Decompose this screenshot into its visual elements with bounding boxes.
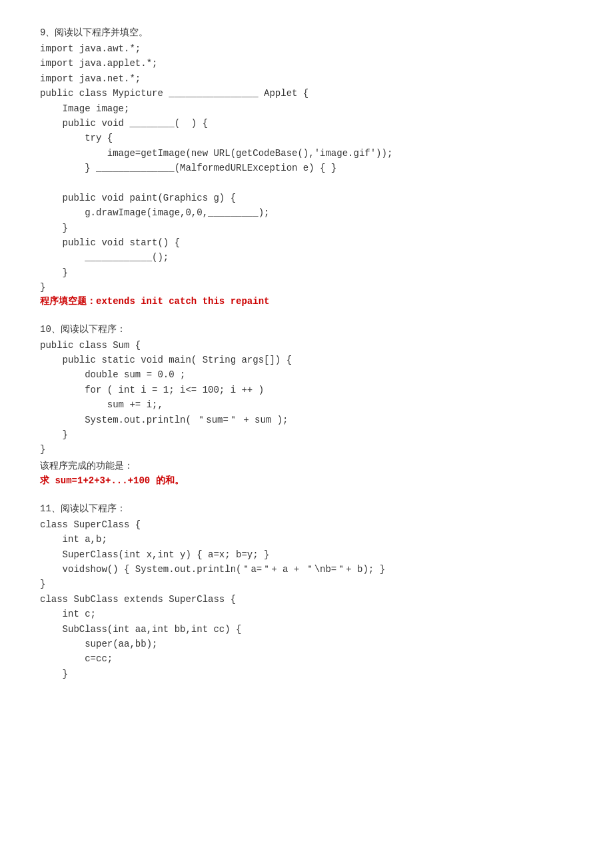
- code-line: }: [40, 282, 45, 293]
- code-line: int c;: [40, 609, 96, 619]
- code-line: public void ________( ) {: [40, 118, 208, 129]
- code-line: try {: [40, 133, 113, 143]
- section-10-code: public class Sum { public static void ma…: [40, 338, 573, 457]
- section-11-title: 11、阅读以下程序：: [40, 503, 573, 515]
- section-9: 9、阅读以下程序并填空。 import java.awt.*; import j…: [40, 27, 573, 307]
- code-line: class SubClass extends SuperClass {: [40, 594, 236, 605]
- code-line: int a,b;: [40, 534, 107, 545]
- section-11-code: class SuperClass { int a,b; SuperClass(i…: [40, 517, 573, 681]
- section-9-code: import java.awt.*; import java.applet.*;…: [40, 41, 573, 295]
- code-line: public class Sum {: [40, 340, 141, 351]
- section-10: 10、阅读以下程序： public class Sum { public sta…: [40, 323, 573, 487]
- code-line: } ______________(MalformedURLException e…: [40, 163, 336, 173]
- code-line: import java.applet.*;: [40, 58, 157, 69]
- code-line: Image image;: [40, 103, 129, 114]
- section-10-description: 该程序完成的功能是：: [40, 460, 573, 472]
- code-line: c=cc;: [40, 653, 113, 664]
- section-9-title: 9、阅读以下程序并填空。: [40, 27, 573, 39]
- section-11: 11、阅读以下程序： class SuperClass { int a,b; S…: [40, 503, 573, 681]
- code-line: import java.net.*;: [40, 73, 141, 84]
- code-line: class SuperClass {: [40, 519, 141, 530]
- code-line: SuperClass(int x,int y) { a=x; b=y; }: [40, 549, 269, 560]
- code-line: voidshow() { System.out.println(＂a=＂+ a …: [40, 564, 385, 575]
- code-line: SubClass(int aa,int bb,int cc) {: [40, 624, 241, 635]
- section-9-answer: 程序填空题：extends init catch this repaint: [40, 295, 573, 307]
- code-line: }: [40, 429, 68, 440]
- code-line: image=getImage(new URL(getCodeBase(),'im…: [40, 148, 392, 159]
- code-line: }: [40, 669, 68, 679]
- code-line: sum += i;,: [40, 399, 163, 410]
- code-line: super(aa,bb);: [40, 639, 157, 649]
- page-content: 9、阅读以下程序并填空。 import java.awt.*; import j…: [40, 27, 573, 681]
- code-line: System.out.println( ＂sum=＂ + sum );: [40, 415, 288, 425]
- code-line: public void start() {: [40, 237, 180, 248]
- code-line: public void paint(Graphics g) {: [40, 193, 236, 203]
- code-line: }: [40, 444, 45, 455]
- code-line: }: [40, 579, 45, 589]
- section-10-title: 10、阅读以下程序：: [40, 323, 573, 335]
- code-line: public class Mypicture ________________ …: [40, 88, 308, 99]
- code-line: public static void main( String args[]) …: [40, 355, 292, 365]
- code-line: }: [40, 223, 68, 233]
- code-line: ____________();: [40, 252, 169, 263]
- code-line: }: [40, 267, 68, 278]
- code-line: g.drawImage(image,0,0,_________);: [40, 207, 269, 218]
- code-line: import java.awt.*;: [40, 43, 141, 54]
- code-line: for ( int i = 1; i<= 100; i ++ ): [40, 385, 264, 395]
- code-line: double sum = 0.0 ;: [40, 369, 185, 380]
- section-10-answer: 求 sum=1+2+3+...+100 的和。: [40, 475, 573, 487]
